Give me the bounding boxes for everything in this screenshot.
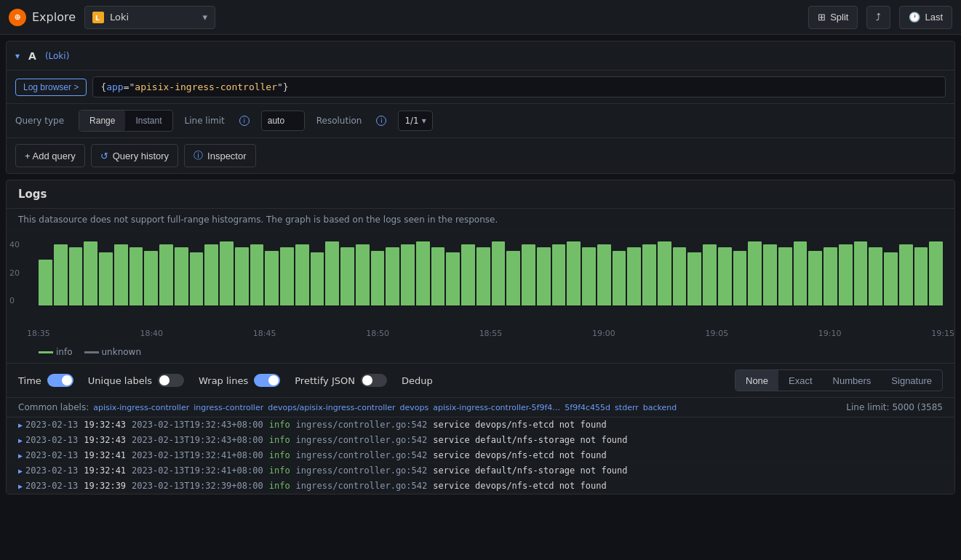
chart-bar	[642, 244, 656, 305]
chart-bar	[839, 244, 853, 305]
log-timestamp: 2023-02-13T19:32:43+08:00	[132, 420, 263, 430]
chart-bar	[84, 241, 97, 305]
query-options-row: Query type Range Instant Line limit i Re…	[7, 104, 954, 138]
line-limit-label: Line limit	[185, 116, 225, 126]
log-message: service default/nfs-storage not found	[433, 435, 627, 445]
dedup-exact-button[interactable]: Exact	[778, 370, 823, 391]
query-history-button[interactable]: ↺ Query history	[91, 144, 178, 167]
chart-bar	[159, 244, 173, 305]
log-expand-icon[interactable]: ▶	[18, 467, 23, 475]
common-labels: Common labels: apisix-ingress-controller…	[7, 398, 954, 417]
chart-bar	[476, 247, 490, 305]
query-type-toggle: Range Instant	[79, 110, 172, 132]
prettify-json-label: Prettify JSON	[295, 375, 355, 386]
log-message: service devops/nfs-etcd not found	[433, 420, 606, 430]
query-label: A	[28, 50, 36, 62]
log-message: service devops/nfs-etcd not found	[433, 481, 606, 491]
top-nav: ⊕ Explore L Loki ▾ ⊞ Split ⤴ 🕐 Last	[0, 0, 961, 35]
time-toggle[interactable]	[47, 374, 73, 387]
chart-bar	[295, 244, 309, 305]
log-expand-icon[interactable]: ▶	[18, 436, 23, 444]
share-button[interactable]: ⤴	[866, 6, 890, 29]
chart-bar	[386, 247, 399, 305]
chart-bar	[431, 247, 445, 305]
add-query-button[interactable]: + Add query	[15, 144, 85, 167]
chart-y-labels: 40 20 0	[7, 240, 27, 305]
log-row[interactable]: ▶ 2023-02-13 19:32:41 2023-02-13T19:32:4…	[7, 463, 954, 479]
resolution-info-icon[interactable]: i	[376, 116, 386, 126]
dedup-signature-button[interactable]: Signature	[881, 370, 942, 391]
label-chip-6[interactable]: stderr	[615, 403, 639, 412]
resolution-select[interactable]: 1/1 ▾	[398, 111, 432, 131]
resolution-label: Resolution	[316, 116, 362, 126]
log-level: info	[269, 465, 290, 476]
instant-button[interactable]: Instant	[125, 111, 172, 131]
log-time: 19:32:41	[84, 450, 126, 460]
chevron-down-icon: ▾	[422, 116, 426, 126]
chart-bar	[899, 244, 913, 305]
chart-bar	[190, 252, 204, 305]
chart-bar	[340, 247, 354, 305]
dedup-none-button[interactable]: None	[735, 370, 778, 391]
log-timestamp: 2023-02-13T19:32:41+08:00	[132, 465, 263, 476]
prettify-json-toggle[interactable]	[361, 374, 387, 387]
log-timestamp: 2023-02-13T19:32:41+08:00	[132, 450, 263, 460]
unique-labels-control: Unique labels	[88, 374, 184, 387]
dedup-numbers-button[interactable]: Numbers	[823, 370, 882, 391]
line-limit-input[interactable]	[261, 111, 305, 131]
collapse-button[interactable]: ▾	[15, 51, 20, 61]
log-date: 2023-02-13	[25, 450, 78, 460]
log-path: ingress/controller.go:542	[296, 465, 428, 476]
query-expression[interactable]: {app="apisix-ingress-controller"}​	[92, 76, 946, 97]
chart-bar	[673, 247, 687, 305]
log-expand-icon[interactable]: ▶	[18, 452, 23, 460]
log-expand-icon[interactable]: ▶	[18, 482, 23, 490]
log-row[interactable]: ▶ 2023-02-13 19:32:39 2023-02-13T19:32:3…	[7, 479, 954, 494]
datasource-selector[interactable]: L Loki ▾	[84, 6, 215, 29]
chart-bar	[416, 241, 430, 305]
log-row[interactable]: ▶ 2023-02-13 19:32:41 2023-02-13T19:32:4…	[7, 448, 954, 463]
log-row[interactable]: ▶ 2023-02-13 19:32:43 2023-02-13T19:32:4…	[7, 433, 954, 448]
line-limit-info-icon[interactable]: i	[239, 116, 250, 126]
log-date: 2023-02-13	[25, 465, 78, 476]
label-chip-2[interactable]: devops/apisix-ingress-controller	[268, 403, 395, 412]
label-chip-4[interactable]: apisix-ingress-controller-5f9f4…	[433, 403, 560, 412]
time-label: Time	[18, 375, 41, 386]
chart-bar	[537, 247, 551, 305]
label-chip-7[interactable]: backend	[643, 403, 677, 412]
chart-bar	[778, 247, 792, 305]
logs-panel: Logs This datasource does not support fu…	[6, 180, 955, 495]
chart-bar	[204, 244, 218, 305]
wrap-lines-toggle[interactable]	[254, 374, 280, 387]
legend-info-color	[39, 351, 53, 353]
chart-bar	[658, 241, 671, 305]
split-icon: ⊞	[818, 12, 826, 23]
datasource-name: Loki	[110, 12, 129, 23]
legend-unknown-color	[84, 351, 99, 353]
range-button[interactable]: Range	[79, 111, 125, 131]
last-button[interactable]: 🕐 Last	[899, 6, 952, 29]
chart-bar	[356, 244, 370, 305]
chart-bar	[627, 247, 641, 305]
log-row[interactable]: ▶ 2023-02-13 19:32:43 2023-02-13T19:32:4…	[7, 417, 954, 433]
log-path: ingress/controller.go:542	[296, 435, 428, 445]
label-chip-5[interactable]: 5f9f4c455d	[565, 403, 610, 412]
label-chip-1[interactable]: ingress-controller	[194, 403, 263, 412]
chart-bar	[175, 247, 188, 305]
chart-bar	[461, 244, 475, 305]
label-chip-3[interactable]: devops	[400, 403, 429, 412]
split-button[interactable]: ⊞ Split	[808, 6, 858, 29]
chart-bar	[401, 244, 415, 305]
log-level: info	[269, 481, 290, 491]
chart-bar	[854, 241, 868, 305]
unique-labels-toggle[interactable]	[158, 374, 184, 387]
query-type-label: Query type	[15, 116, 64, 126]
label-chip-0[interactable]: apisix-ingress-controller	[93, 403, 189, 412]
dedup-label: Dedup	[402, 375, 433, 386]
query-panel: ▾ A (Loki) Log browser > {app="apisix-in…	[6, 41, 955, 174]
app-title: Explore	[32, 10, 76, 24]
log-expand-icon[interactable]: ▶	[18, 421, 23, 429]
log-browser-button[interactable]: Log browser >	[15, 79, 87, 96]
inspector-button[interactable]: ⓘ Inspector	[184, 144, 255, 167]
chart-bar	[325, 241, 339, 305]
